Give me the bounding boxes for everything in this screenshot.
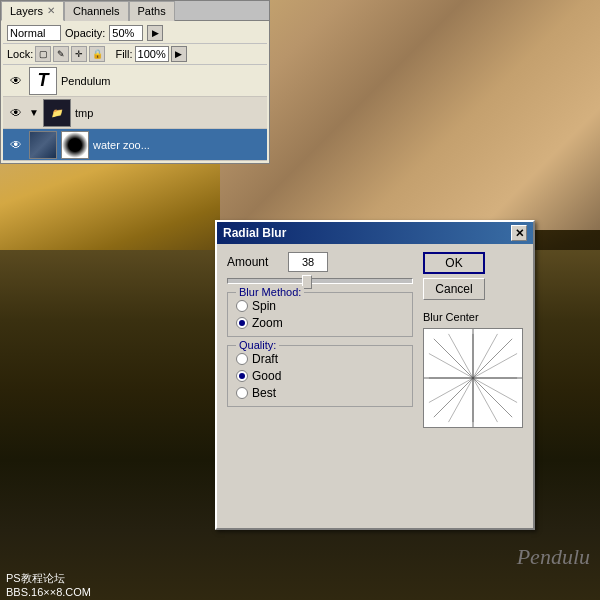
panels-container: Layers ✕ Channels Paths Normal Opacity: …	[0, 0, 270, 220]
tab-paths[interactable]: Paths	[129, 1, 175, 21]
dialog-titlebar: Radial Blur ✕	[217, 222, 533, 244]
layer-thumb-tmp: 📁	[43, 99, 71, 127]
panel-body: Normal Opacity: ▶ Lock: ▢ ✎ ✛ 🔒 Fill: ▶ …	[0, 20, 270, 164]
quality-section: Quality: Draft Good Best	[227, 345, 413, 407]
cancel-button[interactable]: Cancel	[423, 278, 485, 300]
quality-legend: Quality:	[236, 339, 279, 351]
layer-name-water: water zoo...	[93, 139, 263, 151]
radio-zoom[interactable]: Zoom	[236, 316, 404, 330]
layer-item-tmp[interactable]: 👁 ▼ 📁 tmp	[3, 97, 267, 129]
blend-row: Normal Opacity: ▶	[3, 23, 267, 44]
svg-line-0	[434, 339, 473, 378]
tab-channels[interactable]: Channels	[64, 1, 128, 21]
radio-zoom-label: Zoom	[252, 316, 283, 330]
svg-line-6	[434, 378, 473, 417]
layers-list: 👁 T Pendulum 👁 ▼ 📁 tmp 👁 water zoo...	[3, 65, 267, 161]
layer-thumb-water	[29, 131, 57, 159]
dialog-content: Amount Blur Method: Spin	[217, 244, 533, 436]
tab-layers-close[interactable]: ✕	[47, 5, 55, 16]
blur-center-svg	[424, 329, 522, 427]
status-line1: PS教程论坛	[6, 571, 194, 586]
lock-row: Lock: ▢ ✎ ✛ 🔒 Fill: ▶	[3, 44, 267, 65]
blur-method-section: Blur Method: Spin Zoom	[227, 292, 413, 337]
opacity-label: Opacity:	[65, 27, 105, 39]
radio-best[interactable]: Best	[236, 386, 404, 400]
svg-line-2	[473, 339, 512, 378]
opacity-input[interactable]	[109, 25, 143, 41]
radio-spin-label: Spin	[252, 299, 276, 313]
layer-item-water[interactable]: 👁 water zoo...	[3, 129, 267, 161]
watermark-text: Pendulu	[517, 544, 590, 570]
radio-good[interactable]: Good	[236, 369, 404, 383]
blur-center-preview[interactable]	[423, 328, 523, 428]
fill-input[interactable]	[135, 46, 169, 62]
radio-spin-circle[interactable]	[236, 300, 248, 312]
slider-track[interactable]	[227, 278, 413, 284]
layer-item-pendulum[interactable]: 👁 T Pendulum	[3, 65, 267, 97]
radio-draft[interactable]: Draft	[236, 352, 404, 366]
eye-icon-tmp[interactable]: 👁	[7, 104, 25, 122]
dialog-right: OK Cancel Blur Center	[423, 252, 523, 428]
eye-icon-water[interactable]: 👁	[7, 136, 25, 154]
radio-spin[interactable]: Spin	[236, 299, 404, 313]
tab-layers[interactable]: Layers ✕	[1, 1, 64, 21]
fill-label: Fill:	[115, 48, 132, 60]
lock-transparent-btn[interactable]: ▢	[35, 46, 51, 62]
status-bar: PS教程论坛 BBS.16××8.COM	[0, 569, 200, 600]
slider-container	[227, 278, 413, 284]
lock-image-btn[interactable]: ✎	[53, 46, 69, 62]
blur-method-legend: Blur Method:	[236, 286, 304, 298]
radio-best-label: Best	[252, 386, 276, 400]
radio-good-label: Good	[252, 369, 281, 383]
radio-best-circle[interactable]	[236, 387, 248, 399]
lock-all-btn[interactable]: 🔒	[89, 46, 105, 62]
tab-bar: Layers ✕ Channels Paths	[0, 0, 270, 20]
eye-icon-pendulum[interactable]: 👁	[7, 72, 25, 90]
status-line2: BBS.16××8.COM	[6, 586, 194, 598]
radio-draft-circle[interactable]	[236, 353, 248, 365]
amount-row: Amount	[227, 252, 413, 272]
ok-button[interactable]: OK	[423, 252, 485, 274]
radio-good-circle[interactable]	[236, 370, 248, 382]
lock-label: Lock:	[7, 48, 33, 60]
layer-thumb-pendulum: T	[29, 67, 57, 95]
layer-mask-water	[61, 131, 89, 159]
radial-blur-dialog: Radial Blur ✕ Amount B	[215, 220, 535, 530]
dialog-left: Amount Blur Method: Spin	[227, 252, 413, 428]
dialog-close-button[interactable]: ✕	[511, 225, 527, 241]
dialog-title: Radial Blur	[223, 226, 286, 240]
dialog-buttons: OK Cancel	[423, 252, 523, 300]
radio-zoom-circle[interactable]	[236, 317, 248, 329]
layer-name-pendulum: Pendulum	[61, 75, 263, 87]
svg-line-4	[473, 378, 512, 417]
amount-input[interactable]	[288, 252, 328, 272]
lock-position-btn[interactable]: ✛	[71, 46, 87, 62]
expand-arrow-tmp[interactable]: ▼	[29, 107, 39, 118]
blend-mode-select[interactable]: Normal	[7, 25, 61, 41]
fill-arrow[interactable]: ▶	[171, 46, 187, 62]
radio-draft-label: Draft	[252, 352, 278, 366]
photo-background	[220, 0, 600, 230]
dialog-box: Radial Blur ✕ Amount B	[215, 220, 535, 530]
blur-center-label: Blur Center	[423, 311, 479, 323]
layer-name-tmp: tmp	[75, 107, 263, 119]
amount-label: Amount	[227, 255, 282, 269]
opacity-arrow[interactable]: ▶	[147, 25, 163, 41]
